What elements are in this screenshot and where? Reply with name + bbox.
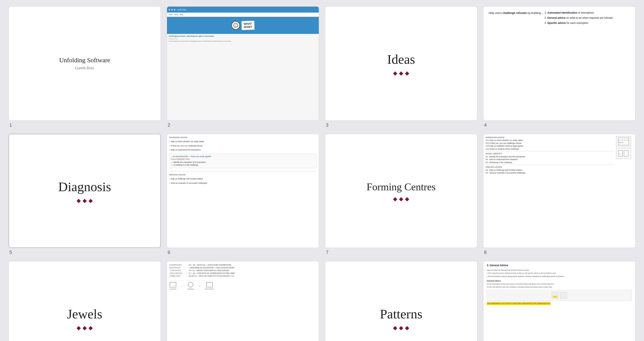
slide-4-number: 4	[483, 122, 636, 128]
cell-4: Help users challenge refusals by buildin…	[483, 6, 636, 128]
web-nav-about: About	[174, 14, 178, 15]
slide-9-word: Jewels	[67, 307, 102, 322]
slide-3-diamonds	[394, 72, 408, 75]
diamond-7-3	[405, 197, 409, 201]
cell-12: 2. General Advice Help text below the Re…	[483, 261, 636, 341]
cell-1: Unfolding Software Gareth Rees 1	[8, 6, 161, 128]
note-6-6: -- help us challenge will Funded matters	[169, 178, 317, 181]
diamond-9-3	[88, 326, 93, 330]
notes-8-divider2	[486, 165, 614, 165]
sketch-2-svg: form	[617, 149, 630, 158]
slide-9[interactable]: Jewels	[8, 261, 161, 341]
note-8-9: 19 - show an example of successful chall…	[486, 172, 614, 175]
note-8-1: 10.1 help us check whether our entity op…	[486, 139, 614, 142]
web-nav: Home About Blog	[167, 12, 319, 17]
notes-8-left: FORMATION ADVICE 10.1 help us check whet…	[486, 136, 614, 246]
math-val-1: C9 + 50 = TEXTUAL + STATUTORY EXEMPTIONS	[189, 264, 231, 266]
browser-logo: mySociety	[177, 8, 186, 11]
face-icon	[233, 23, 238, 28]
note-6-s1-1: -- an operational file — these are rarel…	[171, 155, 315, 158]
doc-text-1: Help text below the Refused that has bee…	[487, 269, 529, 271]
sketch-2: form	[616, 148, 631, 159]
note-6-s1-4: --- re-reading in in the challenge	[171, 164, 315, 167]
slide-8[interactable]: FORMATION ADVICE 10.1 help us check whet…	[483, 134, 636, 248]
slide-4-list: Automated identification of exemptions G…	[548, 11, 613, 26]
slide-7-number: 7	[325, 250, 477, 255]
math-val-2: = DESCRIBE the EXCEPTION + CHALLENGES FR…	[189, 267, 234, 269]
math-val-4: 9× × 18 = CONCEPTUAL GENERATION OF THE L…	[189, 272, 235, 274]
shape-label-1: exemptions	[170, 288, 176, 290]
notes-8-container: FORMATION ADVICE 10.1 help us check whet…	[486, 136, 633, 246]
slide-7[interactable]: Forming Centres	[325, 134, 477, 248]
slide-2[interactable]: mySociety Home About Blog	[167, 6, 319, 121]
svg-point-2	[236, 25, 236, 25]
math-line-3: CASE PAGES 13 × 52 = SHOW CATEGORICAL CH…	[170, 269, 235, 272]
math-label-2: HELP PAGES	[170, 267, 186, 269]
slide-4-intro: Help users challenge refusals by buildin…	[488, 11, 543, 15]
diamond-1	[393, 71, 397, 76]
rect-shape-3	[206, 282, 212, 287]
slide-3-word: Ideas	[387, 52, 415, 67]
note-6-s1-3: --- identify the exemption & its exempti…	[171, 161, 315, 164]
doc-image-area	[487, 290, 632, 301]
slide-3[interactable]: Ideas	[325, 6, 477, 121]
svg-rect-7	[624, 150, 628, 156]
math-val-3: 13 × 52 = SHOW CATEGORICAL CHALLENGES	[189, 269, 229, 272]
slide-10[interactable]: EXEMPTIONS C9 + 50 = TEXTUAL + STATUTORY…	[167, 261, 319, 341]
cell-8: FORMATION ADVICE 10.1 help us check whet…	[483, 134, 636, 255]
sketch-1-svg: diagnosis	[617, 137, 630, 146]
slide-7-diamonds	[394, 198, 408, 201]
slide-11-word: Patterns	[380, 307, 422, 322]
slide-6[interactable]: DIAGNOSIS ADVICE -- help us check whethe…	[167, 134, 319, 248]
slide-4-item-3: Specific advice for each exemption	[548, 21, 613, 25]
article-meta: mySociety blog	[169, 38, 317, 39]
math-val-5: 54×59×51 = GIVE UP CAPACITY TO FULFILLED…	[189, 275, 234, 277]
note-8-h3: SPECIFIC ADVICE	[486, 166, 614, 169]
note-8-3: 10.3 help us establish criteria & legal …	[486, 145, 614, 148]
notes-divider	[169, 171, 317, 171]
note-8-5: 15 - identify the exemption and the exem…	[486, 155, 614, 158]
sketch-1: diagnosis	[616, 136, 631, 147]
note-6-s1-2: CHALLENGING THIS	[171, 158, 315, 161]
shape-label-3: Folly/feedback	[205, 288, 214, 290]
diagram-shape-2: challenges	[188, 282, 194, 290]
slide-12[interactable]: 2. General Advice Help text below the Re…	[483, 261, 636, 341]
diamond-3	[405, 71, 409, 76]
web-image-area: WHATNOW?	[167, 17, 319, 34]
math-lines: EXEMPTIONS C9 + 50 = TEXTUAL + STATUTORY…	[170, 264, 235, 278]
browser-bar: mySociety	[167, 6, 319, 12]
math-label-1: EXEMPTIONS	[170, 264, 186, 266]
rect-shape-1	[170, 282, 176, 287]
browser-dot-3	[174, 9, 175, 10]
slide-6-number: 6	[167, 250, 319, 255]
slide-5[interactable]: Diagnosis	[8, 134, 161, 248]
arrow-2: →	[198, 282, 201, 290]
diagram-shape-3: Folly/feedback	[205, 282, 214, 290]
doc-text-5: On the most patterns case this constitut…	[487, 286, 553, 288]
slide-4-item-1: Automated identification of exemptions	[548, 11, 613, 15]
math-diagram: exemptions → challenges → Folly/feedback	[170, 280, 214, 290]
slide-9-diamonds	[77, 327, 92, 330]
svg-rect-11	[553, 296, 557, 298]
note-8-8: 18 - help us challenge with Funded matte…	[486, 169, 614, 172]
doc-text-2: • If the request has been refused recent…	[487, 272, 556, 274]
note-6-4: -- help us understand the exemptions	[169, 149, 317, 152]
diamond-9-1	[76, 326, 81, 330]
browser-dot-2	[171, 9, 173, 10]
slide-1[interactable]: Unfolding Software Gareth Rees	[8, 6, 161, 121]
svg-rect-10	[560, 292, 567, 299]
cell-9: Jewels 9	[8, 261, 161, 341]
note-8-h2: MAGIC / IDENTIFY	[486, 152, 614, 155]
note-6-2: -- help us check whether our entity opte…	[169, 140, 317, 143]
slide-grid: Unfolding Software Gareth Rees 1 mySocie…	[8, 6, 636, 341]
slide-4[interactable]: Help users challenge refusals by buildin…	[483, 6, 636, 121]
note-8-head: FORMATION ADVICE	[486, 136, 614, 139]
slide-8-number: 8	[483, 250, 636, 255]
slide-11[interactable]: Patterns	[325, 261, 477, 341]
note-8-4: 10.4 share an analysis of the challenge	[486, 148, 614, 151]
web-slide-inner: mySociety Home About Blog	[167, 6, 319, 120]
cell-3: Ideas 3	[325, 6, 477, 128]
note-8-7: 18 - Reviewing in the challenge	[486, 161, 614, 164]
doc-image-svg	[551, 291, 568, 300]
svg-text:diagnosis: diagnosis	[619, 142, 624, 143]
